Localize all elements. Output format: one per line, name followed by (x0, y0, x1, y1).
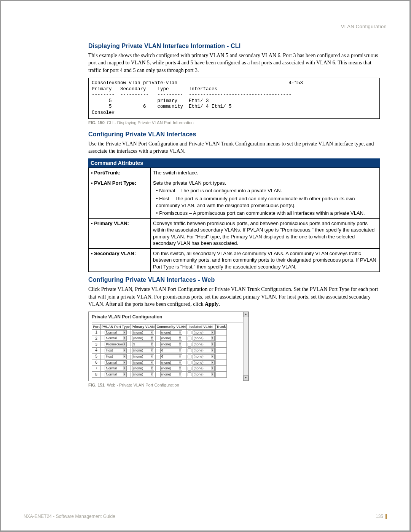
isolated-vlan-select[interactable]: (none) (193, 372, 215, 377)
bullet-promiscuous: • Promiscuous – A promiscuous port can c… (153, 210, 377, 217)
trunk-cell (215, 329, 227, 335)
community-vlan-select[interactable]: (none) (160, 372, 182, 377)
attr-label: • Secondary VLAN: (89, 248, 151, 272)
table-row: 3Promiscuous5(none) (none) (92, 342, 227, 348)
fig-label: FIG. 150 (88, 120, 105, 125)
primary-vlan-select[interactable]: (none) (132, 354, 154, 359)
isolated-vlan-select[interactable]: (none) (193, 354, 215, 359)
footer-page-number: 135 (376, 514, 387, 519)
pvlan-type-select[interactable]: Promiscuous (105, 342, 127, 347)
apply-word: Apply (205, 301, 219, 307)
table-header-cell: Port (92, 324, 101, 329)
attr-label: • Primary VLAN: (89, 218, 151, 248)
pvlan-type-select[interactable]: Host (105, 354, 127, 359)
attr-text: On this switch, all secondary VLANs are … (151, 248, 380, 272)
pvlan-type-select[interactable]: Host (105, 348, 127, 353)
attr-row-pvlan-type: • PVLAN Port Type: Sets the private VLAN… (89, 178, 380, 218)
section-title-3: Configuring Private VLAN Interfaces - We… (88, 276, 380, 283)
fig-151-caption: FIG. 151 Web - Private VLAN Port Configu… (88, 383, 380, 387)
primary-vlan-select[interactable]: (none) (132, 372, 154, 377)
community-vlan-select[interactable]: (none) (160, 330, 182, 335)
table-header-cell: Community VLAN (156, 324, 187, 329)
port-cell: 3 (92, 342, 101, 348)
scroll-track[interactable] (243, 317, 249, 376)
page: VLAN Configuration Displaying Private VL… (0, 0, 411, 532)
table-header-cell: Trunk (215, 324, 227, 329)
port-cell: 7 (92, 366, 101, 372)
pvlan-type-select[interactable]: Normal (105, 372, 127, 377)
primary-vlan-select[interactable]: (none) (132, 330, 154, 335)
community-vlan-select[interactable]: 6 (160, 348, 182, 353)
primary-vlan-select[interactable]: 5 (132, 342, 154, 347)
breadcrumb: VLAN Configuration (24, 24, 387, 29)
attr-row-port-trunk: • Port/Trunk: The switch interface. (89, 168, 380, 178)
port-cell: 8 (92, 372, 101, 378)
pvlan-type-select[interactable]: Normal (105, 330, 127, 335)
isolated-checkbox[interactable] (188, 367, 191, 371)
isolated-checkbox[interactable] (188, 343, 191, 347)
table-header-cell: Isolated VLAN (186, 324, 215, 329)
isolated-vlan-select[interactable]: (none) (193, 366, 215, 371)
table-row: 8Normal(none)(none) (none) (92, 372, 227, 378)
isolated-vlan-select[interactable]: (none) (193, 342, 215, 347)
web-screenshot-inner: Private VLAN Port Configuration PortPVLA… (89, 312, 249, 381)
community-vlan-select[interactable]: (none) (160, 342, 182, 347)
page-footer: NXA-ENET24 - Software Management Guide 1… (24, 514, 387, 519)
table-row: 2Normal(none)(none) (none) (92, 335, 227, 342)
scroll-down-icon[interactable]: ▾ (243, 375, 249, 381)
isolated-vlan-select[interactable]: (none) (193, 360, 215, 365)
pvlan-type-select[interactable]: Normal (105, 360, 127, 365)
table-header-row: PortPVLAN Port TypePrimary VLANCommunity… (92, 324, 227, 329)
body-part1: Click Private VLAN, Private VLAN Port Co… (88, 286, 378, 307)
trunk-cell (215, 342, 227, 348)
community-vlan-select[interactable]: (none) (160, 366, 182, 371)
section-title-2: Configuring Private VLAN Interfaces (88, 131, 380, 138)
fig-text: CLI - Displaying Private VLAN Port Infor… (107, 120, 194, 125)
port-cell: 1 (92, 329, 101, 335)
intro: Sets the private VLAN port types. (153, 180, 226, 186)
pvlan-type-select[interactable]: Normal (105, 366, 127, 371)
body-part2: . (219, 301, 220, 307)
isolated-vlan-select[interactable]: (none) (193, 336, 215, 341)
attr-row-primary-vlan: • Primary VLAN: Conveys traffic between … (89, 218, 380, 248)
community-vlan-select[interactable]: (none) (160, 336, 182, 341)
community-vlan-select[interactable]: 6 (160, 354, 182, 359)
section-title-1: Displaying Private VLAN Interface Inform… (88, 43, 380, 50)
isolated-checkbox[interactable] (188, 337, 191, 340)
isolated-vlan-select[interactable]: (none) (193, 330, 215, 335)
trunk-cell (215, 353, 227, 359)
table-row: 7Normal(none)(none) (none) (92, 366, 227, 372)
pvlan-type-select[interactable]: Normal (105, 336, 127, 341)
primary-vlan-select[interactable]: (none) (132, 348, 154, 353)
attr-text: Sets the private VLAN port types. • Norm… (151, 178, 380, 218)
isolated-checkbox[interactable] (188, 372, 191, 376)
port-cell: 4 (92, 347, 101, 353)
table-header-cell: PVLAN Port Type (101, 324, 131, 329)
web-screenshot: ▴ ▾ Private VLAN Port Configuration Port… (88, 312, 249, 381)
trunk-cell (215, 366, 227, 372)
table-header-cell: Primary VLAN (131, 324, 156, 329)
bullet-normal: • Normal – The port is not configured in… (153, 187, 377, 194)
table-row: 1Normal(none)(none) (none) (92, 329, 227, 335)
isolated-vlan-select[interactable]: (none) (193, 348, 215, 353)
community-vlan-select[interactable]: (none) (160, 360, 182, 365)
shot-title: Private VLAN Port Configuration (92, 314, 245, 322)
trunk-cell (215, 347, 227, 353)
fig-150-caption: FIG. 150 CLI - Displaying Private VLAN P… (88, 120, 380, 125)
isolated-checkbox[interactable] (188, 331, 191, 334)
attr-text: Conveys traffic between promiscuous port… (151, 218, 380, 248)
primary-vlan-select[interactable]: (none) (132, 366, 154, 371)
isolated-checkbox[interactable] (188, 361, 191, 364)
section-body-2: Use the Private VLAN Port Configuration … (88, 140, 380, 155)
primary-vlan-select[interactable]: (none) (132, 336, 154, 341)
trunk-cell (215, 335, 227, 342)
port-cell: 2 (92, 335, 101, 342)
primary-vlan-select[interactable]: (none) (132, 360, 154, 365)
attr-text: The switch interface. (151, 168, 380, 178)
trunk-cell (215, 359, 227, 366)
command-attributes-header: Command Attributes (88, 158, 380, 168)
scroll-up-icon[interactable]: ▴ (243, 312, 249, 317)
isolated-checkbox[interactable] (188, 348, 191, 352)
isolated-checkbox[interactable] (188, 355, 191, 358)
section-body-1: This example shows the switch configured… (88, 52, 380, 74)
